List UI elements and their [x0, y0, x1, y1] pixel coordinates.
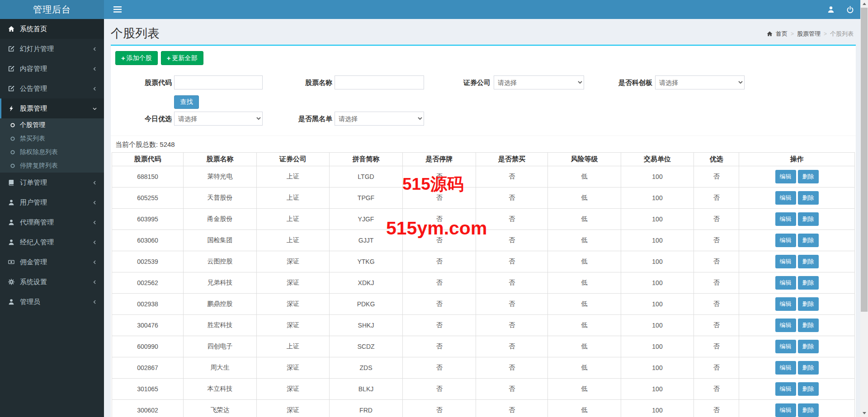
add-stock-button[interactable]: +添加个股	[115, 51, 158, 65]
sidebar-item-label: 幻灯片管理	[20, 45, 92, 53]
stock-table-wrap: 股票代码股票名称证券公司拼音简称是否停牌是否禁买风险等级交易单位优选操作 688…	[112, 152, 855, 417]
sidebar-subitem-ban-list[interactable]: 禁买列表	[0, 132, 104, 145]
table-row: 002867周大生深证ZDS否否低100否编辑删除	[112, 357, 855, 379]
table-row: 002938鹏鼎控股深证PDKG否否低100否编辑删除	[112, 294, 855, 315]
sidebar-subitem-stock-manage[interactable]: 个股管理	[0, 118, 104, 132]
scroll-up-arrow[interactable]	[860, 0, 868, 8]
breadcrumb-stock-management[interactable]: 股票管理	[797, 30, 821, 38]
securities-company-select[interactable]: 请选择	[494, 75, 584, 89]
blacklist-select[interactable]: 请选择	[335, 112, 424, 126]
power-icon[interactable]	[846, 6, 854, 14]
sidebar-subitem-exright-list[interactable]: 除权除息列表	[0, 145, 104, 159]
sidebar-item-orders[interactable]: 订单管理	[0, 173, 104, 192]
sidebar-item-admin[interactable]: 管理员	[0, 292, 104, 312]
actions-cell: 编辑删除	[739, 272, 855, 294]
actions-cell: 编辑删除	[739, 336, 855, 357]
sidebar-item-label: 系统首页	[20, 25, 97, 33]
sidebar-subitem-label: 停牌复牌列表	[20, 162, 58, 170]
actions-cell: 编辑删除	[739, 209, 855, 230]
submenu-stocks: 个股管理禁买列表除权除息列表停牌复牌列表	[0, 118, 104, 173]
sidebar-item-content[interactable]: 内容管理	[0, 59, 104, 79]
table-cell: 否	[476, 336, 548, 357]
home-icon	[767, 31, 773, 37]
table-cell: 002539	[112, 251, 184, 272]
table-cell: 鹏鼎控股	[184, 294, 257, 315]
edit-button[interactable]: 编辑	[775, 403, 796, 417]
delete-button[interactable]: 删除	[798, 361, 819, 375]
breadcrumb-separator: >	[824, 31, 827, 37]
chevron-left-icon	[92, 86, 97, 91]
delete-button[interactable]: 删除	[798, 212, 819, 226]
table-cell: 否	[694, 272, 739, 294]
sidebar-item-users[interactable]: 用户管理	[0, 192, 104, 212]
sidebar-item-notice[interactable]: 公告管理	[0, 79, 104, 98]
today-featured-select[interactable]: 请选择	[174, 112, 263, 126]
sidebar-item-stocks[interactable]: 股票管理	[0, 98, 104, 118]
actions-cell: 编辑删除	[739, 294, 855, 315]
edit-button[interactable]: 编辑	[775, 276, 796, 290]
sidebar-item-agents[interactable]: 代理商管理	[0, 212, 104, 232]
stock-code-input[interactable]	[174, 75, 263, 89]
edit-button[interactable]: 编辑	[775, 255, 796, 268]
delete-button[interactable]: 删除	[798, 276, 819, 290]
table-cell: 否	[694, 315, 739, 336]
scrollbar-thumb[interactable]	[861, 8, 868, 312]
table-cell: 否	[476, 400, 548, 417]
table-cell: 低	[548, 357, 621, 379]
table-cell: 深证	[257, 294, 330, 315]
breadcrumb-home[interactable]: 首页	[776, 30, 788, 38]
edit-button[interactable]: 编辑	[775, 212, 796, 226]
table-row: 605255天普股份上证TPGF否否低100否编辑删除	[112, 187, 855, 209]
delete-button[interactable]: 删除	[798, 234, 819, 247]
edit-button[interactable]: 编辑	[775, 319, 796, 332]
delete-button[interactable]: 删除	[798, 319, 819, 332]
table-cell: 002938	[112, 294, 184, 315]
table-cell: 否	[694, 357, 739, 379]
hamburger-menu-icon[interactable]	[111, 4, 124, 15]
delete-button[interactable]: 删除	[798, 297, 819, 311]
update-all-button[interactable]: +更新全部	[161, 51, 203, 65]
delete-button[interactable]: 删除	[798, 382, 819, 396]
user-icon[interactable]	[827, 6, 835, 13]
search-button[interactable]: 查找	[174, 95, 199, 109]
edit-button[interactable]: 编辑	[775, 234, 796, 247]
table-cell: 否	[694, 400, 739, 417]
delete-button[interactable]: 删除	[798, 255, 819, 268]
edit-button[interactable]: 编辑	[775, 361, 796, 375]
table-cell: 100	[621, 400, 694, 417]
edit-button[interactable]: 编辑	[775, 382, 796, 396]
table-cell: 低	[548, 400, 621, 417]
edit-button[interactable]: 编辑	[775, 170, 796, 183]
star-market-select[interactable]: 请选择	[655, 75, 745, 89]
sidebar-subitem-suspend-list[interactable]: 停牌复牌列表	[0, 159, 104, 173]
sidebar-item-brokers[interactable]: 经纪人管理	[0, 232, 104, 252]
column-header: 风险等级	[548, 153, 621, 166]
edit-button[interactable]: 编辑	[775, 191, 796, 205]
delete-button[interactable]: 删除	[798, 340, 819, 353]
column-header: 是否禁买	[476, 153, 548, 166]
table-cell: 否	[476, 187, 548, 209]
stock-name-input[interactable]	[335, 75, 424, 89]
plus-icon: +	[121, 54, 125, 62]
sidebar-item-settings[interactable]: 系统设置	[0, 272, 104, 292]
scroll-down-arrow[interactable]	[860, 409, 868, 417]
sidebar-item-label: 订单管理	[20, 178, 92, 187]
edit-icon	[8, 85, 20, 92]
sidebar-item-slides[interactable]: 幻灯片管理	[0, 39, 104, 59]
chevron-left-icon	[92, 200, 97, 205]
vertical-scrollbar[interactable]	[860, 0, 868, 417]
sidebar-item-home[interactable]: 系统首页	[0, 19, 104, 39]
page-title: 个股列表	[111, 25, 160, 42]
table-cell: 上证	[257, 336, 330, 357]
summary-label: 当前个股总数:	[115, 141, 158, 148]
table-cell: 四创电子	[184, 336, 257, 357]
table-cell: LTGD	[330, 166, 403, 187]
edit-button[interactable]: 编辑	[775, 297, 796, 311]
table-row: 002539云图控股深证YTKG否否低100否编辑删除	[112, 251, 855, 272]
edit-button[interactable]: 编辑	[775, 340, 796, 353]
delete-button[interactable]: 删除	[798, 191, 819, 205]
user-icon	[8, 239, 20, 245]
sidebar-item-commission[interactable]: 佣金管理	[0, 252, 104, 272]
delete-button[interactable]: 删除	[798, 170, 819, 183]
delete-button[interactable]: 删除	[798, 403, 819, 417]
